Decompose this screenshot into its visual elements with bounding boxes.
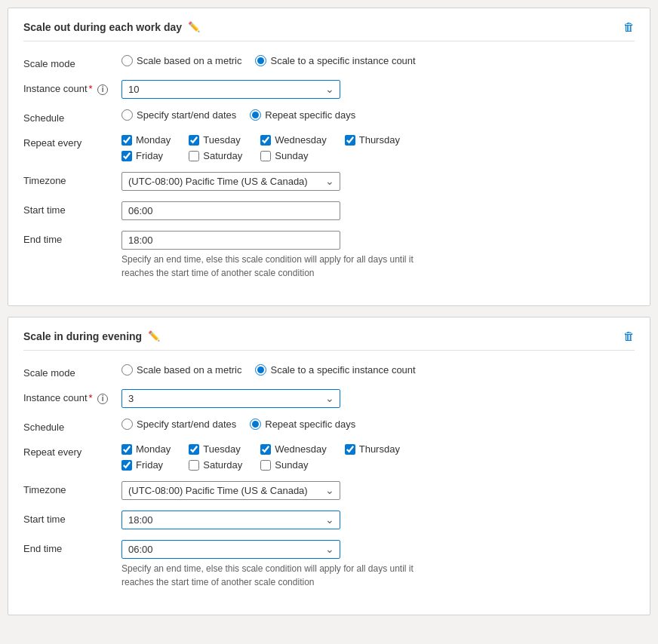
card1-scale-metric-radio[interactable]	[121, 55, 133, 66]
card1-day-friday[interactable]: Friday	[121, 150, 171, 161]
card1-start-time-control	[121, 201, 340, 220]
card1-schedule-label: Schedule	[23, 109, 121, 124]
card2-day-friday[interactable]: Friday	[121, 459, 171, 471]
card1-schedule-dates-option[interactable]: Specify start/end dates	[121, 109, 236, 121]
card1-title-group: Scale out during each work day ✏️	[23, 21, 200, 33]
card2-instance-select-wrapper: 3	[121, 389, 340, 408]
card1-info-icon: i	[97, 84, 108, 95]
card1-scale-instance-label: Scale to a specific instance count	[270, 55, 415, 66]
card1-saturday-checkbox[interactable]	[189, 151, 199, 161]
card2-day-wednesday[interactable]: Wednesday	[260, 443, 326, 455]
card1-day-sunday[interactable]: Sunday	[260, 150, 326, 161]
card2-delete-icon[interactable]: 🗑	[623, 330, 635, 342]
card1-delete-icon[interactable]: 🗑	[623, 20, 635, 33]
card-scale-in: Scale in during evening ✏️ 🗑 Scale mode …	[8, 317, 650, 615]
card1-schedule-dates-label: Specify start/end dates	[137, 109, 236, 121]
card1-timezone-select[interactable]: (UTC-08:00) Pacific Time (US & Canada)	[121, 172, 340, 191]
card1-end-time-row: End time Specify an end time, else this …	[23, 231, 635, 280]
card1-timezone-control: (UTC-08:00) Pacific Time (US & Canada)	[121, 172, 340, 191]
card2-schedule-label: Schedule	[23, 419, 121, 433]
card2-end-time-label: End time	[23, 540, 121, 554]
card1-instance-count-label: Instance count* i	[23, 80, 121, 95]
card1-scale-mode-row: Scale mode Scale based on a metric Scale…	[23, 55, 635, 69]
card2-end-time-select-wrapper: 06:00	[121, 540, 340, 559]
card2-tuesday-checkbox[interactable]	[189, 444, 199, 455]
card1-end-time-label: End time	[23, 231, 121, 245]
card2-schedule-repeat-label: Repeat specific days	[265, 419, 355, 430]
card2-header: Scale in during evening ✏️ 🗑	[23, 330, 635, 351]
card2-saturday-checkbox[interactable]	[189, 460, 199, 471]
card2-start-time-select[interactable]: 18:00	[121, 511, 340, 529]
card1-scale-metric-option[interactable]: Scale based on a metric	[121, 55, 241, 66]
card2-end-time-row: End time 06:00 Specify an end time, else…	[23, 540, 635, 589]
card1-schedule-repeat-radio[interactable]	[250, 109, 261, 121]
card2-friday-checkbox[interactable]	[121, 460, 132, 471]
card2-instance-count-row: Instance count* i 3	[23, 389, 635, 408]
card1-title: Scale out during each work day	[23, 21, 182, 33]
card2-scale-instance-radio[interactable]	[255, 364, 266, 376]
card2-title-group: Scale in during evening ✏️	[23, 330, 160, 342]
card1-timezone-label: Timezone	[23, 172, 121, 186]
card1-day-saturday[interactable]: Saturday	[189, 150, 242, 161]
card1-sunday-checkbox[interactable]	[260, 151, 271, 161]
card2-scale-mode-control: Scale based on a metric Scale to a speci…	[121, 364, 416, 376]
card1-scale-instance-option[interactable]: Scale to a specific instance count	[255, 55, 415, 66]
card1-repeat-label: Repeat every	[23, 134, 121, 149]
card2-repeat-row: Repeat every Monday Tuesday Wednesday Th…	[23, 443, 635, 471]
card1-scale-mode-control: Scale based on a metric Scale to a speci…	[121, 55, 416, 66]
card2-scale-metric-radio[interactable]	[121, 364, 133, 376]
card1-thursday-checkbox[interactable]	[345, 135, 355, 146]
card1-edit-icon[interactable]: ✏️	[188, 21, 200, 32]
card2-wednesday-checkbox[interactable]	[260, 444, 271, 455]
card1-timezone-row: Timezone (UTC-08:00) Pacific Time (US & …	[23, 172, 635, 191]
card1-scale-instance-radio[interactable]	[255, 55, 266, 66]
card1-schedule-repeat-option[interactable]: Repeat specific days	[250, 109, 355, 121]
card2-instance-count-control: 3	[121, 389, 340, 408]
card2-schedule-repeat-radio[interactable]	[250, 419, 261, 430]
card2-day-thursday[interactable]: Thursday	[345, 443, 400, 455]
card1-day-wednesday[interactable]: Wednesday	[260, 134, 326, 146]
card2-monday-checkbox[interactable]	[121, 444, 132, 455]
card1-friday-checkbox[interactable]	[121, 151, 132, 161]
card2-sunday-checkbox[interactable]	[260, 460, 271, 471]
card2-timezone-select[interactable]: (UTC-08:00) Pacific Time (US & Canada)	[121, 481, 340, 500]
card2-day-monday[interactable]: Monday	[121, 443, 171, 455]
card2-schedule-dates-option[interactable]: Specify start/end dates	[121, 419, 236, 430]
card2-scale-instance-option[interactable]: Scale to a specific instance count	[255, 364, 415, 376]
card1-start-time-label: Start time	[23, 201, 121, 216]
card-scale-out: Scale out during each work day ✏️ 🗑 Scal…	[8, 8, 650, 306]
card2-timezone-label: Timezone	[23, 481, 121, 495]
card1-end-time-input[interactable]	[121, 231, 340, 250]
card1-instance-select-wrapper: 10	[121, 80, 340, 99]
card1-instance-count-select[interactable]: 10	[121, 80, 340, 99]
card1-start-time-row: Start time	[23, 201, 635, 220]
card1-instance-count-control: 10	[121, 80, 340, 99]
card2-thursday-checkbox[interactable]	[345, 444, 355, 455]
card2-end-time-select[interactable]: 06:00	[121, 540, 340, 559]
card1-repeat-control: Monday Tuesday Wednesday Thursday Friday…	[121, 134, 400, 161]
card2-day-saturday[interactable]: Saturday	[189, 459, 242, 471]
card1-day-thursday[interactable]: Thursday	[345, 134, 400, 146]
card2-scale-metric-option[interactable]: Scale based on a metric	[121, 364, 241, 376]
card1-scale-mode-label: Scale mode	[23, 55, 121, 69]
card2-schedule-repeat-option[interactable]: Repeat specific days	[250, 419, 355, 430]
card2-day-sunday[interactable]: Sunday	[260, 459, 326, 471]
card2-end-time-control: 06:00 Specify an end time, else this sca…	[121, 540, 423, 589]
card1-required-marker: *	[89, 83, 93, 94]
card1-tuesday-checkbox[interactable]	[189, 135, 199, 146]
card2-start-time-row: Start time 18:00	[23, 511, 635, 529]
card1-schedule-dates-radio[interactable]	[121, 109, 133, 121]
card1-monday-checkbox[interactable]	[121, 135, 132, 146]
card2-schedule-dates-radio[interactable]	[121, 419, 133, 430]
card2-edit-icon[interactable]: ✏️	[148, 330, 160, 342]
card1-wednesday-checkbox[interactable]	[260, 135, 271, 146]
card1-day-tuesday[interactable]: Tuesday	[189, 134, 242, 146]
card1-start-time-input[interactable]	[121, 201, 340, 220]
card2-timezone-select-wrapper: (UTC-08:00) Pacific Time (US & Canada)	[121, 481, 340, 500]
card2-day-tuesday[interactable]: Tuesday	[189, 443, 242, 455]
card1-day-monday[interactable]: Monday	[121, 134, 171, 146]
card2-scale-mode-row: Scale mode Scale based on a metric Scale…	[23, 364, 635, 379]
card1-end-time-control: Specify an end time, else this scale con…	[121, 231, 423, 280]
card2-instance-count-select[interactable]: 3	[121, 389, 340, 408]
card2-schedule-dates-label: Specify start/end dates	[137, 419, 236, 430]
